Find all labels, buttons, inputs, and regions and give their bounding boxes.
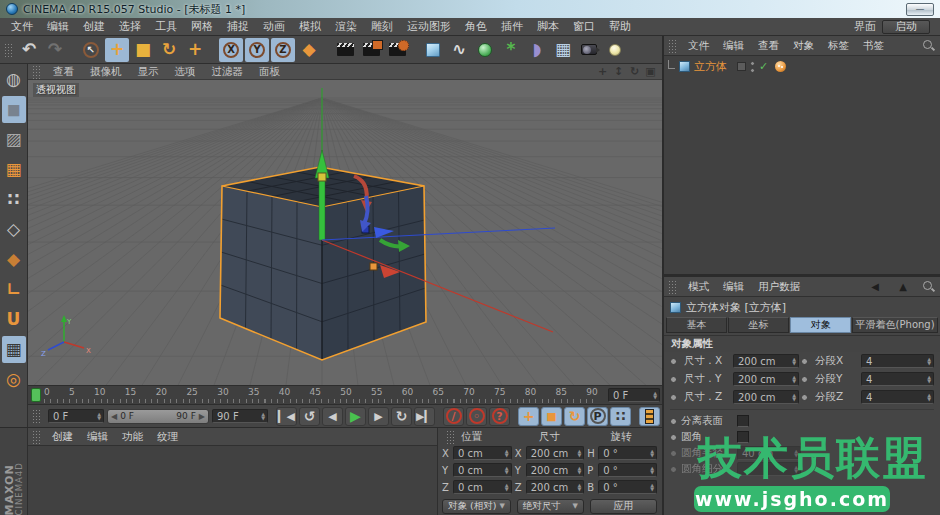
- menu-创建[interactable]: 创建: [76, 19, 112, 34]
- record-keyframe-button[interactable]: /: [443, 407, 464, 426]
- menu-网格[interactable]: 网格: [184, 19, 220, 34]
- timeline-range-slider[interactable]: ◀ 0 F 90 F ▶: [107, 409, 209, 424]
- render-picture-viewer-icon[interactable]: [359, 38, 383, 62]
- spinner[interactable]: ▲▼: [577, 466, 581, 474]
- live-selection-icon[interactable]: ↖: [79, 38, 103, 62]
- menu-工具[interactable]: 工具: [148, 19, 184, 34]
- scene-3d-view[interactable]: YXZ: [28, 80, 662, 385]
- editor-visibility-dot[interactable]: [750, 61, 755, 66]
- add-spline-icon[interactable]: ∿: [447, 38, 471, 62]
- size-field[interactable]: 200 cm▲▼: [733, 372, 799, 386]
- enable-axis-icon[interactable]: ∟: [2, 276, 26, 303]
- phong-tag-icon[interactable]: [775, 61, 786, 72]
- anim-dot[interactable]: [670, 418, 677, 425]
- viewport-pan-icon[interactable]: +: [595, 65, 610, 79]
- menu-功能[interactable]: 功能: [115, 430, 150, 444]
- edges-mode-icon[interactable]: ◇: [2, 216, 26, 243]
- menu-用户数据[interactable]: 用户数据: [751, 280, 807, 294]
- menu-帮助[interactable]: 帮助: [602, 19, 638, 34]
- menu-查看[interactable]: 查看: [45, 65, 82, 79]
- history-forward-icon[interactable]: ▲: [891, 275, 915, 299]
- toggle-record-parameter[interactable]: P: [587, 407, 608, 426]
- autokeying-button[interactable]: ◦: [466, 407, 487, 426]
- spinner[interactable]: ▲▼: [505, 483, 509, 491]
- size-field[interactable]: 200 cm▲▼: [733, 354, 799, 368]
- visibility-dots[interactable]: [750, 61, 755, 73]
- timeline-ruler[interactable]: 051015202530354045505560657075808590: [28, 386, 608, 404]
- add-light-icon[interactable]: [603, 38, 627, 62]
- points-mode-icon[interactable]: ∷: [2, 186, 26, 213]
- range-right-arrow[interactable]: ▶: [199, 412, 205, 421]
- toggle-record-rotation[interactable]: ↻: [564, 407, 585, 426]
- anim-dot[interactable]: [670, 394, 677, 401]
- menu-动画[interactable]: 动画: [256, 19, 292, 34]
- menu-选择[interactable]: 选择: [112, 19, 148, 34]
- position-field-X[interactable]: 0 cm▲▼: [453, 446, 512, 460]
- add-environment-icon[interactable]: ▦: [551, 38, 575, 62]
- spinner[interactable]: ▲▼: [792, 375, 796, 383]
- redo-icon[interactable]: ↷: [43, 38, 67, 62]
- last-tool-icon[interactable]: +: [183, 38, 207, 62]
- menu-编辑[interactable]: 编辑: [716, 280, 751, 294]
- toggle-record-position[interactable]: +: [518, 407, 539, 426]
- spinner[interactable]: ▲▼: [927, 393, 931, 401]
- rotation-field-H[interactable]: 0 °▲▼: [598, 446, 657, 460]
- spinner[interactable]: ▲▼: [927, 357, 931, 365]
- search-icon[interactable]: [922, 39, 935, 52]
- apply-button[interactable]: 应用: [590, 499, 657, 514]
- next-key-button[interactable]: ↻: [391, 407, 412, 426]
- prev-frame-button[interactable]: ◀: [322, 407, 343, 426]
- tab-对象[interactable]: 对象: [790, 317, 851, 333]
- segments-field[interactable]: 4▲▼: [861, 354, 934, 368]
- layout-select[interactable]: 启动: [882, 20, 930, 34]
- spinner[interactable]: ▲▼: [505, 449, 509, 457]
- menu-选项[interactable]: 选项: [167, 65, 204, 79]
- prev-key-button[interactable]: ↺: [299, 407, 320, 426]
- menu-窗口[interactable]: 窗口: [566, 19, 602, 34]
- menu-对象[interactable]: 对象: [786, 39, 821, 53]
- spinner[interactable]: ▲▼: [653, 391, 657, 399]
- position-field-Y[interactable]: 0 cm▲▼: [453, 463, 512, 477]
- toggle-record-pla[interactable]: ∷: [610, 407, 631, 426]
- coord-mode-select[interactable]: 对象 (相对) ▼: [442, 499, 511, 514]
- undo-icon[interactable]: ↶: [17, 38, 41, 62]
- position-field-Z[interactable]: 0 cm▲▼: [453, 480, 512, 494]
- anim-dot[interactable]: [670, 358, 677, 365]
- range-left-arrow[interactable]: ◀: [111, 412, 117, 421]
- menu-文件[interactable]: 文件: [4, 19, 40, 34]
- size-field-Z[interactable]: 200 cm▲▼: [526, 480, 585, 494]
- object-name[interactable]: 立方体: [694, 59, 727, 74]
- spinner[interactable]: ▲▼: [97, 412, 101, 420]
- spinner[interactable]: ▲▼: [650, 466, 654, 474]
- lock-x-axis-button[interactable]: X: [219, 38, 243, 62]
- panel-grip[interactable]: [4, 43, 13, 57]
- menu-角色[interactable]: 角色: [458, 19, 494, 34]
- size-mode-select[interactable]: 绝对尺寸 ▼: [517, 499, 584, 514]
- polygons-mode-icon[interactable]: ◆: [2, 246, 26, 273]
- spinner[interactable]: ▲▼: [927, 375, 931, 383]
- history-back-icon[interactable]: ◀: [863, 275, 887, 299]
- add-mograph-icon[interactable]: *: [499, 38, 523, 62]
- next-frame-button[interactable]: ▶: [368, 407, 389, 426]
- add-camera-icon[interactable]: [577, 38, 601, 62]
- viewport-canvas[interactable]: 透视视图 YXZ: [28, 80, 662, 385]
- menu-过滤器[interactable]: 过滤器: [204, 65, 252, 79]
- workplane-lock-icon[interactable]: ▦: [2, 336, 26, 363]
- add-cube-icon[interactable]: [421, 38, 445, 62]
- menu-面板[interactable]: 面板: [251, 65, 288, 79]
- spinner[interactable]: ▲▼: [650, 449, 654, 457]
- titlebar[interactable]: CINEMA 4D R15.057 Studio - [未标题 1 *] —: [0, 0, 940, 18]
- menu-书签[interactable]: 书签: [856, 39, 891, 53]
- menu-纹理[interactable]: 纹理: [150, 430, 185, 444]
- minimize-button[interactable]: —: [906, 3, 934, 16]
- lock-y-axis-button[interactable]: Y: [245, 38, 269, 62]
- menu-创建[interactable]: 创建: [45, 430, 80, 444]
- menu-模式[interactable]: 模式: [681, 280, 716, 294]
- menu-标签[interactable]: 标签: [821, 39, 856, 53]
- toggle-record-scale[interactable]: ■: [541, 407, 562, 426]
- end-frame-field[interactable]: 90 F▲▼: [212, 409, 268, 423]
- viewport-maximize-icon[interactable]: ▣: [643, 65, 658, 79]
- size-field-X[interactable]: 200 cm▲▼: [526, 446, 585, 460]
- menu-模拟[interactable]: 模拟: [292, 19, 328, 34]
- size-field[interactable]: 200 cm▲▼: [733, 390, 799, 404]
